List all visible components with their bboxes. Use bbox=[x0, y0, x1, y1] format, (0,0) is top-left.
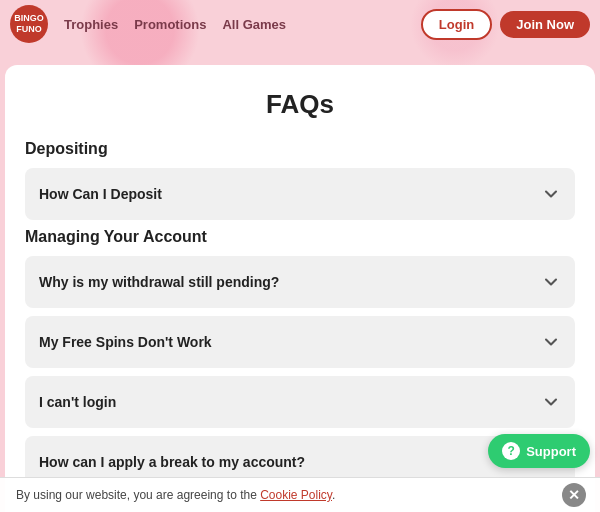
support-label: Support bbox=[526, 444, 576, 459]
support-button[interactable]: ? Support bbox=[488, 434, 590, 468]
chevron-down-icon bbox=[541, 332, 561, 352]
faq-item-withdrawal-text: Why is my withdrawal still pending? bbox=[39, 274, 279, 290]
cookie-suffix: . bbox=[332, 488, 335, 502]
nav-promotions[interactable]: Promotions bbox=[134, 17, 206, 32]
cookie-close-button[interactable]: ✕ bbox=[562, 483, 586, 507]
faq-item-free-spins[interactable]: My Free Spins Don't Work bbox=[25, 316, 575, 368]
faq-item-break-text: How can I apply a break to my account? bbox=[39, 454, 305, 470]
support-icon: ? bbox=[502, 442, 520, 460]
faq-title: FAQs bbox=[25, 89, 575, 120]
faq-item-deposit-text: How Can I Deposit bbox=[39, 186, 162, 202]
faq-item-cant-login[interactable]: I can't login bbox=[25, 376, 575, 428]
section-depositing-title: Depositing bbox=[25, 140, 575, 158]
cookie-message: By using our website, you are agreeing t… bbox=[16, 488, 257, 502]
nav-trophies[interactable]: Trophies bbox=[64, 17, 118, 32]
faq-item-cant-login-text: I can't login bbox=[39, 394, 116, 410]
login-button[interactable]: Login bbox=[421, 9, 492, 40]
faq-item-deposit[interactable]: How Can I Deposit bbox=[25, 168, 575, 220]
section-managing-title: Managing Your Account bbox=[25, 228, 575, 246]
logo[interactable]: BINGO FUNO bbox=[10, 5, 48, 43]
cookie-banner: By using our website, you are agreeing t… bbox=[0, 477, 600, 512]
cookie-policy-link[interactable]: Cookie Policy bbox=[260, 488, 332, 502]
chevron-down-icon bbox=[541, 392, 561, 412]
close-icon: ✕ bbox=[568, 487, 580, 503]
nav-links: Trophies Promotions All Games bbox=[64, 17, 421, 32]
nav-all-games[interactable]: All Games bbox=[222, 17, 286, 32]
faq-item-free-spins-text: My Free Spins Don't Work bbox=[39, 334, 212, 350]
chevron-down-icon bbox=[541, 272, 561, 292]
chevron-down-icon bbox=[541, 184, 561, 204]
nav-buttons: Login Join Now bbox=[421, 9, 590, 40]
logo-icon: BINGO FUNO bbox=[10, 5, 48, 43]
faq-item-withdrawal[interactable]: Why is my withdrawal still pending? bbox=[25, 256, 575, 308]
navbar: BINGO FUNO Trophies Promotions All Games… bbox=[0, 0, 600, 48]
join-now-button[interactable]: Join Now bbox=[500, 11, 590, 38]
